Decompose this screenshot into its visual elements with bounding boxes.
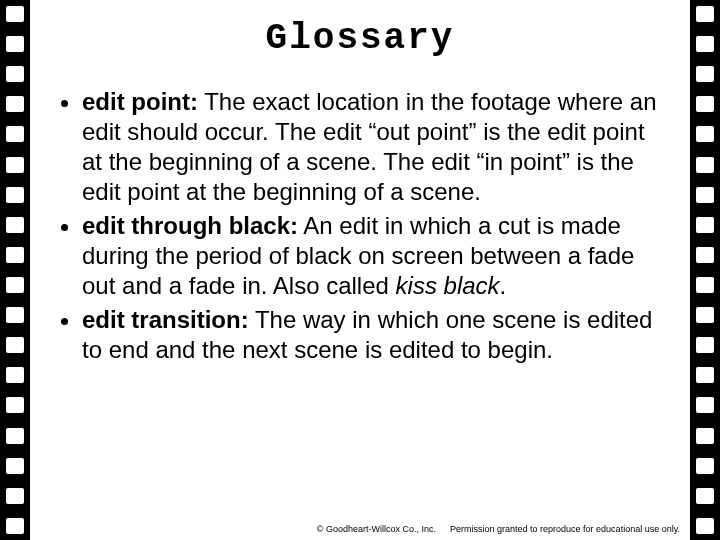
glossary-item: edit through black: An edit in which a c…: [82, 211, 662, 301]
film-hole: [696, 36, 714, 52]
film-hole: [6, 277, 24, 293]
glossary-item: edit transition: The way in which one sc…: [82, 305, 662, 365]
film-hole: [696, 6, 714, 22]
film-hole: [696, 277, 714, 293]
film-hole: [696, 247, 714, 263]
film-edge-right: [690, 0, 720, 540]
film-hole: [696, 126, 714, 142]
page-title: Glossary: [52, 18, 668, 59]
film-hole: [696, 66, 714, 82]
film-hole: [6, 6, 24, 22]
film-hole: [696, 488, 714, 504]
film-hole: [6, 458, 24, 474]
film-hole: [6, 247, 24, 263]
film-hole: [696, 337, 714, 353]
film-hole: [696, 458, 714, 474]
film-hole: [696, 518, 714, 534]
film-hole: [696, 157, 714, 173]
film-hole: [6, 157, 24, 173]
slide: Glossary edit point: The exact location …: [0, 0, 720, 540]
glossary-aka: kiss black: [396, 272, 500, 299]
glossary-definition-after: .: [500, 272, 507, 299]
film-hole: [6, 307, 24, 323]
film-hole: [696, 397, 714, 413]
glossary-term: edit transition:: [82, 306, 249, 333]
film-hole: [6, 518, 24, 534]
glossary-list: edit point: The exact location in the fo…: [52, 87, 668, 365]
film-hole: [6, 337, 24, 353]
content-area: Glossary edit point: The exact location …: [30, 0, 690, 540]
film-hole: [6, 187, 24, 203]
film-hole: [6, 217, 24, 233]
glossary-term: edit through black:: [82, 212, 298, 239]
film-edge-left: [0, 0, 30, 540]
footer: © Goodheart-Willcox Co., Inc.Permission …: [317, 524, 680, 534]
film-hole: [696, 96, 714, 112]
glossary-item: edit point: The exact location in the fo…: [82, 87, 662, 207]
film-hole: [6, 66, 24, 82]
film-hole: [6, 367, 24, 383]
film-hole: [696, 367, 714, 383]
film-hole: [696, 187, 714, 203]
film-hole: [6, 488, 24, 504]
copyright-text: © Goodheart-Willcox Co., Inc.: [317, 524, 436, 534]
film-hole: [6, 397, 24, 413]
permission-text: Permission granted to reproduce for educ…: [450, 524, 680, 534]
film-hole: [6, 36, 24, 52]
film-hole: [696, 217, 714, 233]
film-hole: [696, 307, 714, 323]
film-hole: [6, 126, 24, 142]
glossary-term: edit point:: [82, 88, 198, 115]
film-hole: [696, 428, 714, 444]
film-hole: [6, 428, 24, 444]
film-hole: [6, 96, 24, 112]
